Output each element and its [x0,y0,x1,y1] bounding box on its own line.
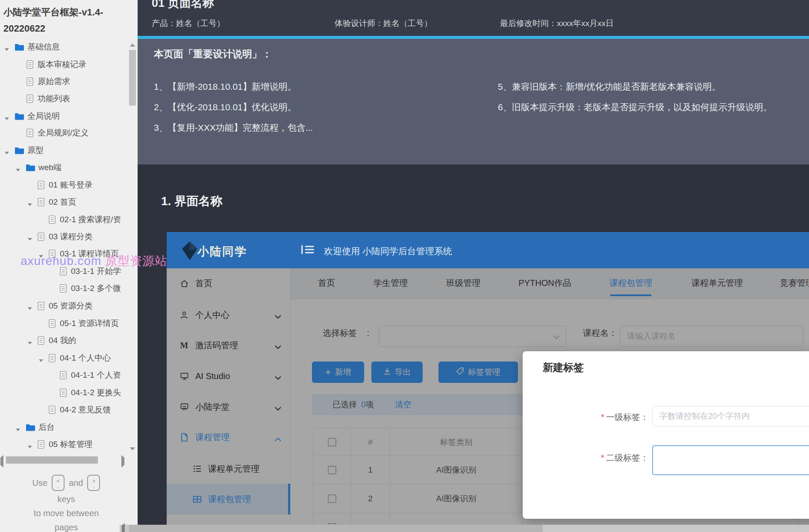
tree-item-label: 03-1-2 多个微 [71,283,121,294]
level1-tag-input[interactable] [652,406,809,426]
tree-item-label: 版本审核记录 [38,59,86,70]
tree-item[interactable]: 全局规则/定义 [0,126,129,140]
caret-expanded-icon[interactable] [4,149,9,152]
folder-icon [15,113,24,122]
tree-item[interactable]: 05 资源分类 [0,299,129,313]
tree-item-label: 原型 [27,145,44,156]
hint-keys-word: keys [0,492,132,506]
scroll-left-button[interactable] [122,526,125,532]
sidebar-scroll-left-button[interactable] [0,458,3,465]
product-owner-label: 产品：姓名（工号） [152,18,225,29]
tree-item-label: 05-1 资源详情页 [60,318,119,329]
modal-title: 新建标签 [543,361,584,374]
design-notes-left-list: 1、【新增-2018.10.01】新增说明。2、【优化-2018.10.01】优… [154,76,313,138]
tree-item-label: 功能列表 [38,93,70,104]
sidebar-scroll-up-button[interactable] [128,41,137,49]
tree-item-label: 基础信息 [27,41,60,53]
doc-icon [49,354,56,364]
doc-icon [49,406,56,416]
hint-and-word: and [69,476,83,490]
previous-page-keycap-icon: < , [52,475,65,491]
tree-item-label: 02 首页 [49,197,76,208]
required-asterisk: * [601,453,604,462]
doc-icon [38,302,44,312]
doc-icon [38,181,44,191]
caret-expanded-icon[interactable] [4,45,9,49]
sidebar-horizontal-scrollbar-thumb[interactable] [6,456,98,464]
tree-item-label: 02-1 搜索课程/资 [60,214,121,225]
tree-item-label: 原始需求 [38,76,70,87]
doc-icon [38,198,44,208]
design-notes-heading: 本页面「重要设计说明」： [154,47,272,61]
sidebar-scroll-right-button[interactable] [121,458,124,465]
folder-icon [15,44,24,53]
tree-item[interactable]: 原型 [0,143,129,158]
design-note-item: 6、旧版本提示升级：老版本是否提示升级，以及如何提示升级说明。 [498,97,772,118]
tree-item[interactable]: 04-1 个人中心 [0,351,129,365]
tree-item-label: 01 账号登录 [49,179,92,191]
tree-item-label: 04-1 个人中心 [60,353,111,364]
tree-item[interactable]: 04-2 意见反馈 [0,403,129,417]
tree-item-label: 04-2 意见反馈 [60,404,111,415]
tree-item[interactable]: 03 课程分类 [0,229,129,244]
level1-tag-label: *一级标签： [587,411,649,423]
doc-icon [60,284,67,294]
arrow-right-icon [121,455,124,467]
doc-icon [38,440,44,450]
tree-item[interactable]: 版本审核记录 [0,57,129,72]
main-horizontal-scrollbar-thumb[interactable] [129,525,543,532]
tree-item[interactable]: 04-1-2 更换头 [0,385,129,400]
tree-item-label: 04 我的 [49,335,76,346]
doc-icon [49,319,56,329]
design-note-item: 1、【新增-2018.10.01】新增说明。 [154,76,313,97]
tree-item-label: 05 资源分类 [49,300,92,312]
tree-item[interactable]: 01 账号登录 [0,178,129,192]
caret-expanded-icon[interactable] [4,115,9,118]
tree-item[interactable]: 全局说明 [0,109,129,123]
level2-tag-input[interactable] [652,445,809,475]
sidebar-scroll-down-button[interactable] [128,444,137,453]
keyboard-navigation-hint: Use < , and > . keys to move between pag… [0,473,132,532]
tree-item[interactable]: 02 首页 [0,195,129,209]
doc-icon [38,232,44,243]
brand-diamond-logo-icon [182,241,197,262]
caret-expanded-icon[interactable] [27,200,32,204]
caret-expanded-icon[interactable] [27,304,32,308]
tree-item[interactable]: 05 标签管理 [0,437,129,452]
arrow-left-icon [122,523,125,532]
tree-item-label: 04-1-1 个人资 [71,370,121,381]
sidebar-vertical-scrollbar-thumb[interactable] [129,50,136,106]
tree-item-label: 全局说明 [27,111,60,122]
tree-item-label: 03 课程分类 [49,231,92,242]
screenshot-stage: 小陆学堂平台框架-v1.4-20220622 基础信息版本审核记录原始需求功能列… [0,0,809,532]
tree-item[interactable]: 功能列表 [0,91,129,106]
design-note-item: 3、【复用-XXX功能】完整流程，包含... [154,118,313,138]
caret-expanded-icon[interactable] [15,426,21,429]
tree-item[interactable]: web端 [0,160,129,175]
design-notes-right-list: 5、兼容旧版本：新增/优化功能是否新老版本兼容说明。6、旧版本提示升级：老版本是… [498,76,772,118]
main-horizontal-scrollbar[interactable] [120,525,809,532]
tree-item[interactable]: 03-1-2 多个微 [0,281,129,296]
caret-expanded-icon[interactable] [38,356,44,360]
caret-expanded-icon[interactable] [15,166,21,169]
admin-app-header: 小陆同学 欢迎使用 小陆同学后台管理系统 [167,232,809,268]
caret-expanded-icon[interactable] [27,235,32,238]
tree-item[interactable]: 原始需求 [0,74,129,89]
tree-item[interactable]: 05-1 资源详情页 [0,316,129,331]
doc-icon [60,371,67,381]
folder-icon [15,147,24,156]
tree-item[interactable]: 后台 [0,420,129,435]
caret-expanded-icon[interactable] [27,443,32,446]
tree-item[interactable]: 04 我的 [0,333,129,348]
welcome-text: 欢迎使用 小陆同学后台管理系统 [324,245,452,257]
spec-page-title: 01 页面名称 [152,0,214,11]
hint-line2: to move between [0,506,132,520]
tree-item-label: 后台 [38,422,55,433]
collapse-menu-icon[interactable] [300,243,315,258]
tree-item[interactable]: 基础信息 [0,40,129,54]
tree-item[interactable]: 02-1 搜索课程/资 [0,212,129,227]
last-modified-label: 最后修改时间：xxxx年xx月xx日 [500,18,614,29]
caret-expanded-icon[interactable] [27,339,32,342]
tree-item[interactable]: 04-1-1 个人资 [0,368,129,382]
doc-icon [38,336,44,347]
